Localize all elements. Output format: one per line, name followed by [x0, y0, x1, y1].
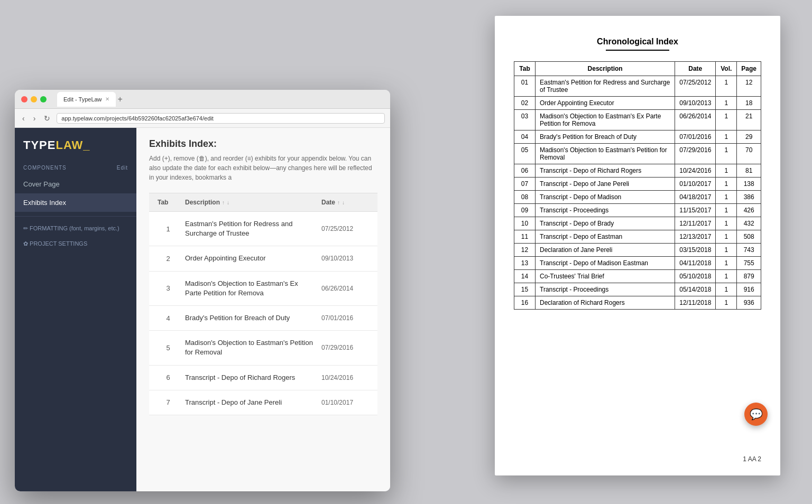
doc-row-tab: 16	[514, 296, 536, 310]
exhibit-tab-number: 2	[158, 255, 179, 263]
exhibit-date: 06/26/2014	[321, 285, 369, 292]
doc-row-description: Transcript - Depo of Brady	[536, 217, 675, 230]
doc-row-page: 936	[737, 296, 761, 310]
doc-row-tab: 07	[514, 178, 536, 191]
exhibit-description: Madison's Objection to Eastman's Ex Part…	[185, 279, 315, 298]
document-preview: Chronological Index Tab Description Date…	[495, 16, 780, 475]
doc-row-description: Brady's Petition for Breach of Duty	[536, 130, 675, 144]
browser-titlebar: Edit - TypeLaw ✕ +	[15, 90, 390, 109]
doc-row-date: 07/01/2016	[675, 130, 716, 144]
doc-row-description: Madison's Objection to Eastman's Petitio…	[536, 144, 675, 164]
doc-row-page: 916	[737, 283, 761, 296]
doc-table: Tab Description Date Vol. Page 01 Eastma…	[514, 61, 761, 310]
tab-close-icon[interactable]: ✕	[105, 96, 109, 102]
doc-header-description: Description	[536, 62, 675, 76]
table-row: 16 Declaration of Richard Rogers 12/11/2…	[514, 296, 761, 310]
header-date: Date ↑ ↓	[321, 199, 369, 206]
doc-row-date: 12/11/2017	[675, 217, 716, 230]
table-row: 5 Madison's Objection to Eastman's Petit…	[149, 331, 377, 365]
exhibit-rows-container: 1 Eastman's Petition for Redress and Sur…	[149, 212, 377, 415]
table-row: 10 Transcript - Depo of Brady 12/11/2017…	[514, 217, 761, 230]
doc-title: Chronological Index	[514, 37, 761, 46]
doc-row-tab: 11	[514, 230, 536, 244]
doc-row-vol: 1	[716, 217, 737, 230]
table-row: 01 Eastman's Petition for Redress and Su…	[514, 76, 761, 97]
forward-button[interactable]: ›	[31, 113, 38, 124]
doc-row-page: 432	[737, 217, 761, 230]
browser-navbar: ‹ › ↻	[15, 109, 390, 128]
table-row: 05 Madison's Objection to Eastman's Peti…	[514, 144, 761, 164]
doc-row-page: 70	[737, 144, 761, 164]
doc-row-date: 12/13/2017	[675, 230, 716, 244]
table-row: 15 Transcript - Proceedings 05/14/2018 1…	[514, 283, 761, 296]
logo-bar: _	[83, 138, 90, 152]
doc-row-vol: 1	[716, 144, 737, 164]
table-row: 07 Transcript - Depo of Jane Pereli 01/1…	[514, 178, 761, 191]
page-subtitle: Add (+), remove (🗑), and reorder (≡) exh…	[149, 154, 377, 182]
doc-row-date: 09/10/2013	[675, 97, 716, 110]
close-button[interactable]	[21, 96, 27, 102]
doc-row-date: 07/29/2016	[675, 144, 716, 164]
exhibit-description: Transcript - Depo of Jane Pereli	[185, 398, 315, 407]
exhibit-tab-number: 5	[158, 344, 179, 352]
doc-row-vol: 1	[716, 244, 737, 257]
exhibit-date: 07/25/2012	[321, 225, 369, 232]
doc-row-date: 05/10/2018	[675, 270, 716, 283]
sidebar-project-settings[interactable]: ✿ PROJECT SETTINGS	[15, 236, 136, 251]
doc-row-description: Madison's Objection to Eastman's Ex Part…	[536, 110, 675, 130]
sort-date-desc-icon[interactable]: ↓	[342, 200, 345, 206]
doc-row-tab: 06	[514, 164, 536, 178]
chat-button[interactable]: 💬	[744, 403, 768, 426]
new-tab-button[interactable]: +	[118, 95, 123, 104]
sidebar-formatting[interactable]: ✏ FORMATTING (font, margins, etc.)	[15, 221, 136, 236]
doc-row-vol: 1	[716, 230, 737, 244]
browser-tab-edit[interactable]: Edit - TypeLaw ✕	[57, 92, 116, 107]
sidebar-item-exhibits-index[interactable]: Exhibits Index	[15, 193, 136, 212]
minimize-button[interactable]	[31, 96, 37, 102]
main-content: Exhibits Index: Add (+), remove (🗑), and…	[136, 128, 390, 491]
doc-row-page: 879	[737, 270, 761, 283]
doc-row-page: 426	[737, 204, 761, 217]
back-button[interactable]: ‹	[20, 113, 27, 124]
exhibit-description: Eastman's Petition for Redress and Surch…	[185, 219, 315, 238]
doc-row-vol: 1	[716, 130, 737, 144]
table-header: Tab Description ↑ ↓ Date ↑ ↓	[149, 193, 377, 212]
doc-row-vol: 1	[716, 76, 737, 97]
table-row: 1 Eastman's Petition for Redress and Sur…	[149, 212, 377, 246]
edit-label[interactable]: Edit	[117, 165, 128, 171]
doc-row-description: Declaration of Richard Rogers	[536, 296, 675, 310]
doc-row-description: Co-Trustees' Trial Brief	[536, 270, 675, 283]
reload-button[interactable]: ↻	[42, 113, 52, 124]
doc-row-date: 07/25/2012	[675, 76, 716, 97]
doc-row-description: Transcript - Proceedings	[536, 283, 675, 296]
table-row: 08 Transcript - Depo of Madison 04/18/20…	[514, 191, 761, 204]
table-row: 04 Brady's Petition for Breach of Duty 0…	[514, 130, 761, 144]
sort-desc-icon[interactable]: ↓	[227, 200, 229, 206]
maximize-button[interactable]	[40, 96, 47, 102]
doc-title-underline	[606, 50, 669, 51]
table-row: 2 Order Appointing Executor 09/10/2013	[149, 246, 377, 271]
doc-row-page: 508	[737, 230, 761, 244]
doc-header-date: Date	[675, 62, 716, 76]
address-bar[interactable]	[57, 113, 385, 124]
doc-header-tab: Tab	[514, 62, 536, 76]
doc-row-tab: 02	[514, 97, 536, 110]
table-row: 02 Order Appointing Executor 09/10/2013 …	[514, 97, 761, 110]
doc-row-page: 386	[737, 191, 761, 204]
doc-row-page: 18	[737, 97, 761, 110]
doc-row-tab: 04	[514, 130, 536, 144]
sort-asc-icon[interactable]: ↑	[222, 200, 225, 206]
doc-row-description: Transcript - Proceedings	[536, 204, 675, 217]
doc-row-tab: 01	[514, 76, 536, 97]
table-row: 03 Madison's Objection to Eastman's Ex P…	[514, 110, 761, 130]
tab-bar: Edit - TypeLaw ✕ +	[57, 92, 123, 107]
doc-table-body: 01 Eastman's Petition for Redress and Su…	[514, 76, 761, 310]
table-row: 6 Transcript - Depo of Richard Rogers 10…	[149, 366, 377, 390]
doc-row-date: 10/24/2016	[675, 164, 716, 178]
sort-date-asc-icon[interactable]: ↑	[337, 200, 340, 206]
doc-row-description: Transcript - Depo of Madison Eastman	[536, 257, 675, 270]
doc-row-tab: 08	[514, 191, 536, 204]
doc-row-vol: 1	[716, 97, 737, 110]
sidebar-item-cover-page[interactable]: Cover Page	[15, 175, 136, 193]
doc-row-vol: 1	[716, 178, 737, 191]
